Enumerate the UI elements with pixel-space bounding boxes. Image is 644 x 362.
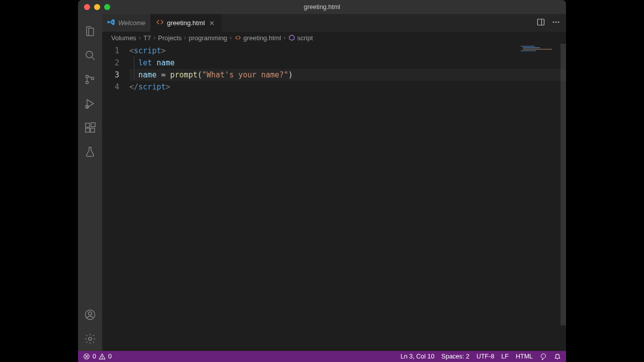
code-editor[interactable]: 1 2 3 4 <script> let name name = prompt(… bbox=[102, 44, 566, 351]
editor-group: Welcome greeting.html bbox=[102, 14, 566, 351]
vscode-icon bbox=[107, 18, 115, 28]
svg-line-1 bbox=[92, 57, 95, 60]
window-controls bbox=[78, 4, 110, 10]
breadcrumb-segment[interactable]: programming bbox=[189, 34, 227, 42]
settings-gear-icon[interactable] bbox=[78, 327, 102, 351]
svg-rect-7 bbox=[86, 128, 90, 132]
status-problems[interactable]: 0 0 bbox=[83, 353, 112, 360]
status-encoding[interactable]: UTF-8 bbox=[476, 353, 494, 360]
code-line: </script> bbox=[129, 81, 566, 93]
line-number: 2 bbox=[102, 57, 119, 69]
warning-count: 0 bbox=[108, 353, 112, 360]
titlebar: greeting.html bbox=[78, 0, 566, 14]
line-number: 1 bbox=[102, 45, 119, 57]
breadcrumb-segment[interactable]: Projects bbox=[158, 34, 182, 42]
source-control-icon[interactable] bbox=[78, 67, 102, 92]
tab-label: Welcome bbox=[118, 19, 145, 27]
more-actions-icon[interactable] bbox=[552, 18, 560, 28]
search-icon[interactable] bbox=[78, 43, 102, 67]
code-line: let name bbox=[129, 57, 566, 69]
indent-guide bbox=[134, 57, 134, 80]
account-icon[interactable] bbox=[78, 303, 102, 327]
close-icon[interactable] bbox=[84, 4, 90, 10]
svg-point-24 bbox=[102, 358, 102, 358]
minimize-icon[interactable] bbox=[94, 4, 100, 10]
breadcrumb-segment[interactable]: Volumes bbox=[111, 34, 136, 42]
svg-rect-15 bbox=[538, 19, 544, 25]
editor-window: greeting.html bbox=[78, 0, 566, 362]
tab-bar: Welcome greeting.html bbox=[102, 14, 566, 32]
svg-point-0 bbox=[86, 51, 93, 58]
notifications-icon[interactable] bbox=[554, 353, 561, 360]
minimap[interactable] bbox=[521, 46, 561, 53]
svg-point-3 bbox=[86, 81, 89, 84]
code-line: name = prompt("What's your name?") bbox=[129, 69, 566, 81]
tab-welcome[interactable]: Welcome bbox=[102, 14, 151, 32]
close-tab-icon[interactable] bbox=[208, 19, 216, 27]
maximize-icon[interactable] bbox=[104, 4, 110, 10]
split-editor-icon[interactable] bbox=[537, 18, 545, 28]
line-number: 3 bbox=[102, 69, 119, 81]
status-language[interactable]: HTML bbox=[516, 353, 533, 360]
tab-greeting[interactable]: greeting.html bbox=[151, 14, 221, 32]
editor-actions bbox=[531, 14, 566, 32]
svg-point-17 bbox=[553, 21, 554, 23]
activity-bar bbox=[78, 14, 102, 351]
debug-icon[interactable] bbox=[78, 92, 102, 116]
svg-rect-9 bbox=[91, 123, 95, 127]
window-title: greeting.html bbox=[78, 4, 566, 11]
breadcrumbs[interactable]: Volumes› T7› Projects› programming› gree… bbox=[102, 32, 566, 44]
svg-point-18 bbox=[555, 21, 557, 23]
svg-point-11 bbox=[89, 312, 92, 315]
svg-point-2 bbox=[86, 75, 89, 78]
svg-point-12 bbox=[89, 337, 92, 340]
breadcrumb-symbol[interactable]: script bbox=[288, 34, 313, 42]
error-count: 0 bbox=[93, 353, 96, 360]
extensions-icon[interactable] bbox=[78, 116, 102, 140]
svg-rect-6 bbox=[86, 123, 90, 127]
code-line: <script> bbox=[129, 45, 566, 57]
status-indent[interactable]: Spaces: 2 bbox=[441, 353, 469, 360]
svg-rect-8 bbox=[91, 128, 95, 132]
line-number: 4 bbox=[102, 81, 119, 93]
testing-icon[interactable] bbox=[78, 140, 102, 164]
breadcrumb-file[interactable]: greeting.html bbox=[234, 34, 281, 42]
status-bar: 0 0 Ln 3, Col 10 Spaces: 2 UTF-8 LF HTML bbox=[78, 351, 566, 362]
code-content[interactable]: <script> let name name = prompt("What's … bbox=[129, 44, 566, 351]
feedback-icon[interactable] bbox=[540, 353, 547, 360]
svg-point-25 bbox=[541, 354, 546, 358]
status-eol[interactable]: LF bbox=[501, 353, 509, 360]
tab-label: greeting.html bbox=[167, 19, 205, 27]
line-gutter: 1 2 3 4 bbox=[102, 44, 129, 351]
breadcrumb-segment[interactable]: T7 bbox=[143, 34, 151, 42]
vertical-scrollbar[interactable] bbox=[560, 44, 566, 351]
workbench-body: Welcome greeting.html bbox=[78, 14, 566, 351]
explorer-icon[interactable] bbox=[78, 19, 102, 43]
svg-point-19 bbox=[558, 21, 559, 23]
html-file-icon bbox=[156, 18, 164, 28]
status-cursor[interactable]: Ln 3, Col 10 bbox=[400, 353, 434, 360]
scrollbar-thumb[interactable] bbox=[560, 44, 566, 325]
